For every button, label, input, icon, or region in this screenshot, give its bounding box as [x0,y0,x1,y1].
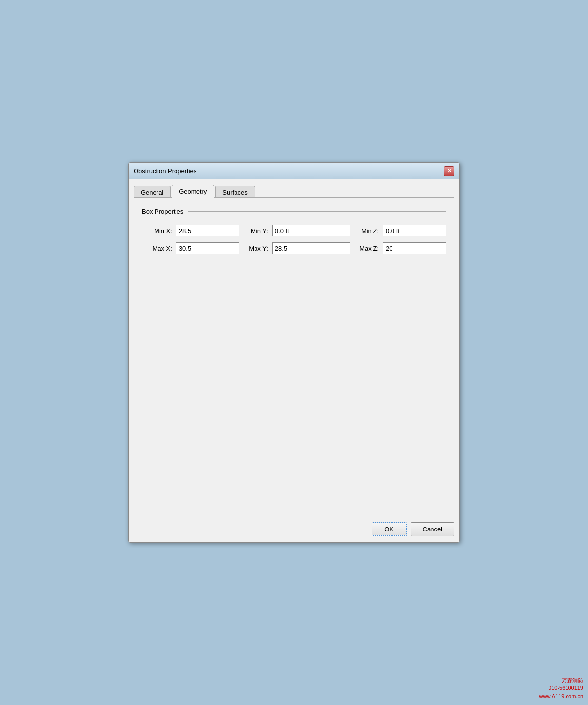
cancel-button[interactable]: Cancel [411,522,454,536]
tab-surfaces[interactable]: Surfaces [215,186,255,198]
watermark-line2: 010-56100119 [539,684,583,692]
title-bar: Obstruction Properties ✕ [129,163,459,179]
tab-geometry[interactable]: Geometry [172,185,214,198]
min-x-label: Min X: [147,227,172,235]
max-z-input[interactable] [383,242,446,254]
box-properties-section: Box Properties [142,208,446,215]
dialog-title: Obstruction Properties [134,167,196,175]
min-x-input[interactable] [176,225,239,236]
tab-content-geometry: Box Properties Min X: Min Y: Min Z: Max … [134,197,454,516]
tabs-container: General Geometry Surfaces [134,184,454,197]
min-z-input[interactable] [383,225,446,236]
watermark-line1: 万霖消防 [539,676,583,685]
max-z-label: Max Z: [354,245,379,252]
max-x-input[interactable] [176,242,239,254]
min-y-input[interactable] [272,225,350,236]
max-x-label: Max X: [147,245,172,252]
tab-general[interactable]: General [134,186,171,198]
obstruction-properties-dialog: Obstruction Properties ✕ General Geometr… [128,162,460,543]
min-z-label: Min Z: [354,227,379,235]
section-title: Box Properties [142,208,183,215]
close-icon: ✕ [447,168,451,174]
close-button[interactable]: ✕ [444,166,454,176]
min-y-label: Min Y: [243,227,268,235]
max-y-label: Max Y: [243,245,268,252]
section-divider [188,211,446,212]
ok-button[interactable]: OK [372,522,407,536]
properties-form: Min X: Min Y: Min Z: Max X: Max Y: Max Z… [142,225,446,254]
dialog-body: General Geometry Surfaces Box Properties… [129,179,459,516]
max-y-input[interactable] [272,242,350,254]
watermark: 万霖消防 010-56100119 www.A119.com.cn [539,676,583,701]
watermark-line3: www.A119.com.cn [539,692,583,701]
dialog-footer: OK Cancel [129,516,459,542]
